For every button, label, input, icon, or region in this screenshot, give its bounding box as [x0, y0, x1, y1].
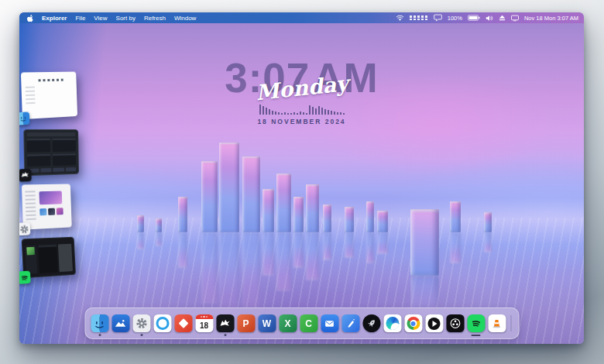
dock-icon-edit-app[interactable]: [341, 314, 359, 332]
dock-icon-powerpoint[interactable]: P: [237, 314, 255, 332]
spotify-album-thumb: [26, 247, 35, 256]
dock-icon-wolf-app[interactable]: [216, 314, 234, 332]
dock-icon-excel[interactable]: X: [279, 314, 297, 332]
chat-bubble-icon[interactable]: [434, 14, 442, 22]
spotify-sidebar: [25, 246, 37, 274]
menubar-clock[interactable]: Nov 18 Mon 3:07 AM: [524, 15, 578, 22]
finder-sidebar-lines: [26, 87, 36, 105]
dock-icon-diamond-app[interactable]: [174, 314, 192, 332]
menu-file[interactable]: File: [75, 15, 85, 22]
window-preview-utility[interactable]: [23, 129, 79, 176]
clock-waveform: [178, 104, 426, 115]
battery-percent[interactable]: 100%: [448, 15, 462, 22]
spotify-badge-icon: [19, 271, 31, 284]
spotify-main-panel: [38, 245, 58, 273]
menu-view[interactable]: View: [94, 15, 107, 22]
dock-icon-word[interactable]: W: [258, 314, 276, 332]
utility-titlebar: [26, 132, 75, 136]
dock-icon-spotify[interactable]: [467, 314, 485, 332]
eject-icon[interactable]: [499, 15, 506, 21]
dock-icon-finder[interactable]: [91, 314, 108, 332]
finder-badge-icon: [19, 112, 29, 125]
battery-icon[interactable]: [468, 15, 480, 21]
dock-icon-obs[interactable]: [446, 314, 464, 332]
dock-icon-calendar[interactable]: 18: [195, 314, 213, 332]
window-preview-settings[interactable]: [22, 184, 72, 229]
apple-menu-icon[interactable]: [26, 14, 33, 22]
dock-icon-vlc[interactable]: [488, 314, 506, 332]
clock-widget: 3:07AM Monday 18 NOVEMBER 2024: [178, 57, 426, 125]
wallpaper-foreground-cube: [410, 209, 439, 276]
dock-icon-rocket-app[interactable]: [362, 314, 380, 332]
gear-badge-icon: [19, 222, 30, 235]
wifi-icon[interactable]: [396, 15, 404, 22]
dock-icon-chrome[interactable]: [404, 314, 422, 332]
window-preview-finder[interactable]: [21, 72, 77, 120]
window-preview-spotify[interactable]: [22, 237, 76, 279]
dock-icon-camtasia[interactable]: C: [300, 314, 317, 332]
wolf-badge-icon: [19, 169, 32, 182]
volume-icon[interactable]: [486, 15, 493, 22]
dock-icon-edge[interactable]: [383, 314, 401, 332]
utility-buttons-row: [27, 167, 76, 173]
dock-icon-ring-app[interactable]: [153, 314, 171, 332]
dock-icon-photos[interactable]: [112, 314, 129, 332]
dock: 18 P W X C: [84, 307, 519, 339]
wallpaper-grid: [39, 208, 63, 215]
menubar-app-name[interactable]: Explorer: [42, 15, 67, 22]
dock-icon-media-player[interactable]: [425, 314, 443, 332]
menu-window[interactable]: Window: [174, 15, 196, 22]
menu-refresh[interactable]: Refresh: [144, 15, 166, 22]
settings-sidebar-lines: [25, 191, 36, 222]
finder-toolbar-items: [39, 79, 66, 82]
dock-icon-mail[interactable]: [321, 314, 338, 332]
display-icon[interactable]: [511, 15, 519, 22]
dock-separator: [510, 315, 511, 331]
wallpaper-thumbnail: [39, 191, 62, 205]
menu-bar: Explorer File View Sort by Refresh Windo…: [19, 12, 584, 23]
clock-date: 18 NOVEMBER 2024: [178, 118, 426, 125]
menu-sort-by[interactable]: Sort by: [116, 15, 136, 22]
calendar-day: 18: [195, 319, 213, 332]
network-stats-widget[interactable]: [410, 15, 428, 20]
desktop: Explorer File View Sort by Refresh Windo…: [19, 12, 584, 344]
spotify-right-panel: [58, 244, 73, 272]
dock-icon-settings[interactable]: [132, 314, 150, 332]
